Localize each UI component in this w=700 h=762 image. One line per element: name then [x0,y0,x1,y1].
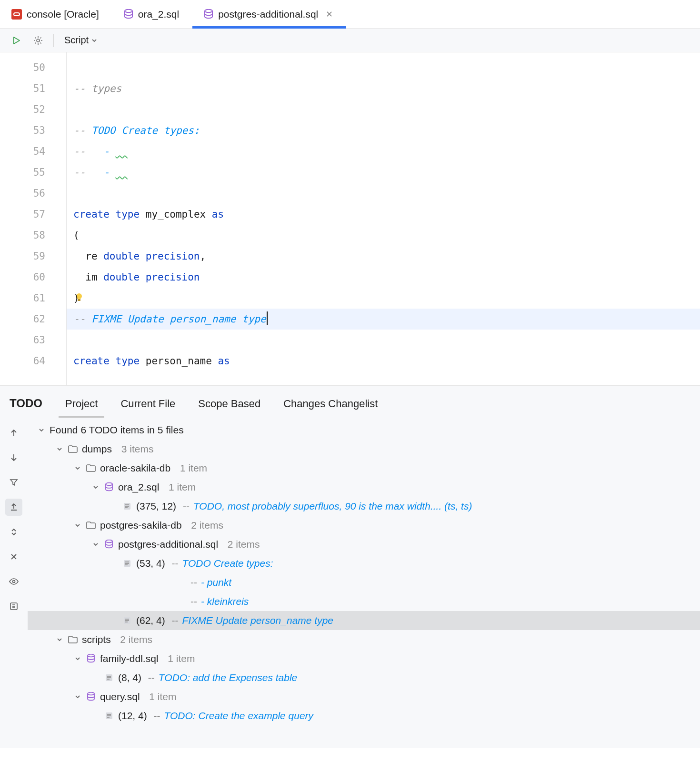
todo-text: TODO Create types: [182,554,273,573]
line-number: 62 [0,309,66,330]
tree-sqlfile[interactable]: postgres-additional.sql 2 items [28,535,700,554]
chevron-down-icon[interactable] [55,635,64,644]
code-line[interactable]: -- - [73,141,700,162]
tree-sqlfile[interactable]: ora_2.sql 1 item [28,478,700,497]
todo-tab-changes[interactable]: Changes Changelist [272,398,389,418]
code-line[interactable]: re double precision, [73,246,700,267]
todo-tab-current-file[interactable]: Current File [109,398,187,418]
note-icon [104,672,114,683]
settings-button[interactable] [29,32,48,49]
autoscroll-button[interactable] [5,499,22,516]
todo-tabs: TODO Project Current File Scope Based Ch… [0,386,700,418]
chevron-down-icon[interactable] [73,654,82,663]
code-line[interactable]: create type person_name as [73,351,700,371]
database-icon [204,9,213,20]
todo-body: Found 6 TODO items in 5 filesdumps 3 ite… [0,418,700,748]
folder-name: oracle-sakila-db [100,459,170,478]
line-number: 60 [0,267,66,288]
code-line[interactable] [73,57,700,78]
prev-todo-button[interactable] [5,424,22,441]
tree-summary[interactable]: Found 6 TODO items in 5 files [28,421,700,440]
code-line[interactable]: ) [73,288,700,309]
code-line[interactable]: im double precision [73,267,700,288]
note-icon [104,711,114,721]
chevron-down-icon[interactable] [37,426,46,434]
next-todo-button[interactable] [5,449,22,466]
line-number: 57 [0,204,66,225]
tab-ora2[interactable]: ora_2.sql [112,0,192,28]
line-number: 58 [0,225,66,246]
todo-tree[interactable]: Found 6 TODO items in 5 filesdumps 3 ite… [28,418,700,748]
tab-console-oracle[interactable]: console [Oracle] [0,0,112,28]
code-editor[interactable]: 505152535455565758596061626364 -- types-… [0,52,700,386]
chevron-down-icon[interactable] [73,521,82,530]
chevron-down-icon[interactable] [91,483,100,491]
separator [53,34,54,47]
expand-all-button[interactable] [5,523,22,541]
tree-sqlfile[interactable]: family-ddl.sql 1 item [28,649,700,668]
todo-item[interactable]: (8, 4) -- TODO: add the Expenses table [28,668,700,687]
todo-item[interactable]: (62, 4) -- FIXME Update person_name type [28,611,700,630]
code-line[interactable]: -- TODO Create types: [73,120,700,141]
tree-folder[interactable]: scripts 2 items [28,630,700,649]
item-count: 1 item [174,459,207,478]
file-name: ora_2.sql [118,478,159,497]
folder-name: scripts [82,630,111,649]
folder-icon [68,634,78,645]
chevron-down-icon[interactable] [55,445,64,453]
tab-postgres-additional[interactable]: postgres-additional.sql ✕ [192,0,346,28]
tree-folder[interactable]: dumps 3 items [28,440,700,459]
todo-item-continuation[interactable]: -- - punkt [28,573,700,592]
oracle-icon [11,9,22,20]
script-label: Script [64,35,89,46]
chevron-down-icon[interactable] [73,692,82,701]
collapse-all-button[interactable] [5,548,22,565]
svg-point-12 [88,654,94,657]
tree-folder[interactable]: postgres-sakila-db 2 items [28,516,700,535]
comment-prefix: -- [180,497,190,516]
code-area[interactable]: -- types-- TODO Create types:-- - -- - c… [67,52,700,385]
todo-tab-scope-based[interactable]: Scope Based [187,398,272,418]
filter-button[interactable] [5,474,22,491]
folder-icon [86,520,96,531]
close-icon[interactable]: ✕ [323,9,333,20]
line-number: 64 [0,351,66,371]
code-line[interactable]: create type my_complex as [73,204,700,225]
position: (12, 4) [118,706,147,725]
todo-item[interactable]: (53, 4) -- TODO Create types: [28,554,700,573]
script-dropdown[interactable]: Script [60,35,102,46]
svg-point-7 [106,483,112,486]
chevron-down-icon[interactable] [91,540,100,549]
todo-side-toolbar [0,418,28,748]
editor-tabs: console [Oracle] ora_2.sql postgres-addi… [0,0,700,29]
code-line[interactable]: -- - [73,162,700,183]
chevron-down-icon[interactable] [73,464,82,472]
tree-sqlfile[interactable]: query.sql 1 item [28,687,700,706]
folder-name: dumps [82,440,112,459]
code-line[interactable]: -- types [73,78,700,99]
todo-text: TODO: Create the example query [164,706,314,725]
preview-button[interactable] [5,573,22,590]
group-by-button[interactable] [5,598,22,615]
item-count: 2 items [115,630,152,649]
todo-tab-project[interactable]: Project [54,398,109,418]
code-line[interactable] [73,330,700,351]
todo-item[interactable]: (12, 4) -- TODO: Create the example quer… [28,706,700,725]
note-icon [122,501,132,511]
todo-panel: TODO Project Current File Scope Based Ch… [0,386,700,748]
tree-folder[interactable]: oracle-sakila-db 1 item [28,459,700,478]
run-button[interactable] [7,32,26,49]
code-line[interactable]: ( [73,225,700,246]
svg-point-5 [13,581,15,583]
svg-point-14 [88,692,94,695]
svg-point-0 [125,9,132,12]
code-line[interactable] [73,183,700,204]
todo-title: TODO [10,397,54,418]
svg-point-1 [205,9,212,12]
code-line[interactable] [73,99,700,120]
line-number: 63 [0,330,66,351]
line-number: 51 [0,78,66,99]
todo-item-continuation[interactable]: -- - kleinkreis [28,592,700,611]
todo-text: TODO: add the Expenses table [159,668,297,687]
todo-item[interactable]: (375, 12) -- TODO, most probably superfl… [28,497,700,516]
